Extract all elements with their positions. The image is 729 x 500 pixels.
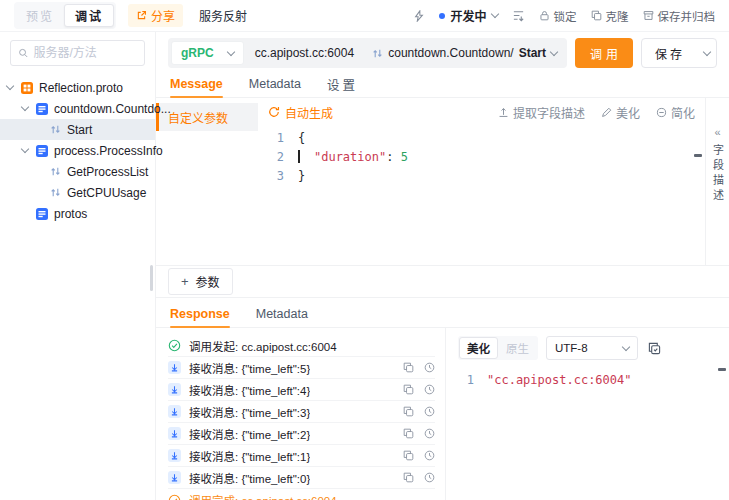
log-actions <box>403 406 435 417</box>
viewer-toolbar: 美化 原生 UTF-8 <box>458 336 719 360</box>
clock-icon[interactable] <box>424 384 435 395</box>
tab-message[interactable]: Message <box>170 71 223 97</box>
log-text: 接收消息: {"time_left":4} <box>189 382 310 398</box>
tree-item-label: process.ProcessInfo <box>54 144 163 158</box>
method-prefix: countdown.Countdown/ <box>388 46 513 60</box>
tree-item-countdown-service[interactable]: countdown.Countdo... <box>0 98 155 119</box>
code-line: 2 "duration": 5 <box>258 148 705 167</box>
tab-service-reflection[interactable]: 服务反射 <box>199 7 247 24</box>
history-icon[interactable] <box>512 9 525 22</box>
log-text: 接收消息: {"time_left":5} <box>189 360 310 376</box>
response-log: 调用发起: cc.apipost.cc:6004 接收消息: {"time_le… <box>156 328 446 500</box>
copy-icon[interactable] <box>403 428 414 439</box>
tree-item-label: Reflection.proto <box>39 81 123 95</box>
chevron-down-icon <box>490 10 498 18</box>
viewer-scrollbar[interactable] <box>718 368 726 371</box>
service-icon <box>36 103 48 115</box>
response-body: 调用发起: cc.apipost.cc:6004 接收消息: {"time_le… <box>156 328 729 500</box>
chevron-down-icon[interactable] <box>22 149 36 152</box>
tree-item-start-method[interactable]: Start <box>0 119 155 140</box>
clock-icon[interactable] <box>424 362 435 373</box>
request-tabs: Message Metadata 设置 <box>156 71 729 98</box>
tree-item-reflection-proto[interactable]: Reflection.proto <box>0 77 155 98</box>
log-actions <box>403 384 435 395</box>
raw-view-button[interactable]: 原生 <box>498 337 537 359</box>
tree-item-label: GetCPUUsage <box>67 186 146 200</box>
code-text: { <box>284 129 305 148</box>
copy-icon[interactable] <box>403 472 414 483</box>
json-editor[interactable]: 1 { 2 "duration": 5 3 } <box>258 126 705 265</box>
url-input[interactable]: cc.apipost.cc:6004 <box>247 46 363 60</box>
encoding-label: UTF-8 <box>555 342 588 354</box>
copy-icon[interactable] <box>403 362 414 373</box>
minify-button[interactable]: 简化 <box>656 104 695 121</box>
lock-label: 锁定 <box>554 8 577 24</box>
response-content[interactable]: 1 "cc.apipost.cc:6004" <box>458 373 719 387</box>
tab-debug[interactable]: 调试 <box>64 4 114 27</box>
field-description-rail[interactable]: « 字段描述 <box>705 98 729 265</box>
sidebar-scrollbar[interactable] <box>150 265 153 291</box>
lock-button[interactable]: 锁定 <box>539 8 577 24</box>
tree-item-getprocesslist-method[interactable]: GetProcessList <box>0 161 155 182</box>
extract-fields-label: 提取字段描述 <box>513 104 585 121</box>
tree-item-process-service[interactable]: process.ProcessInfo <box>0 140 155 161</box>
chevron-down-icon <box>226 47 234 55</box>
code-line: 1 { <box>258 129 705 148</box>
call-button[interactable]: 调用 <box>575 38 633 68</box>
beautify-view-button[interactable]: 美化 <box>459 337 498 359</box>
custom-params-item[interactable]: 自定义参数 <box>156 103 258 131</box>
search-input[interactable] <box>33 46 137 60</box>
auto-generate-label: 自动生成 <box>285 104 333 121</box>
finish-circle-icon <box>168 494 181 500</box>
copy-icon[interactable] <box>403 384 414 395</box>
save-button[interactable]: 保存 <box>642 39 698 67</box>
chevron-down-icon[interactable] <box>7 86 21 89</box>
share-icon <box>136 10 147 21</box>
flash-icon[interactable] <box>413 10 425 22</box>
topbar-left: 预览 调试 分享 服务反射 <box>14 2 247 29</box>
proto-file-icon <box>21 82 33 94</box>
editor-toolbar: 自动生成 提取字段描述 美化 <box>258 98 705 126</box>
log-row-call-complete: 调用完成: cc.apipost.cc:6004 <box>168 489 435 500</box>
refresh-icon <box>268 106 280 118</box>
method-select[interactable]: countdown.Countdown/Start <box>362 46 567 60</box>
editor-scrollbar[interactable] <box>694 154 702 157</box>
clock-icon[interactable] <box>424 450 435 461</box>
share-button[interactable]: 分享 <box>128 4 183 27</box>
clock-icon[interactable] <box>424 472 435 483</box>
minify-label: 简化 <box>671 104 695 121</box>
tree-item-protos[interactable]: protos <box>0 203 155 224</box>
log-actions <box>403 362 435 373</box>
chevron-down-icon <box>622 342 630 350</box>
check-circle-icon <box>168 339 181 352</box>
extract-fields-button[interactable]: 提取字段描述 <box>498 104 585 121</box>
tab-response[interactable]: Response <box>170 301 230 327</box>
code-text: "duration": 5 <box>284 148 408 167</box>
save-dropdown-button[interactable] <box>698 39 716 67</box>
protocol-select[interactable]: gRPC <box>171 41 244 65</box>
line-number: 2 <box>258 148 284 167</box>
tree-item-label: Start <box>67 123 92 137</box>
tab-settings[interactable]: 设置 <box>327 71 358 97</box>
copy-icon[interactable] <box>403 406 414 417</box>
copy-icon[interactable] <box>403 450 414 461</box>
clone-button[interactable]: 克隆 <box>591 8 629 24</box>
copy-response-button[interactable] <box>648 342 661 355</box>
chevron-down-icon[interactable] <box>22 107 36 110</box>
save-archive-button[interactable]: 保存并归档 <box>643 8 716 24</box>
tree-item-getcpuusage-method[interactable]: GetCPUUsage <box>0 182 155 203</box>
tab-metadata[interactable]: Metadata <box>249 71 301 97</box>
auto-generate-button[interactable]: 自动生成 <box>268 104 333 121</box>
clock-icon[interactable] <box>424 406 435 417</box>
status-label: 开发中 <box>450 7 486 24</box>
tree-item-label: protos <box>54 207 87 221</box>
status-dropdown[interactable]: 开发中 <box>439 7 497 24</box>
clock-icon[interactable] <box>424 428 435 439</box>
tab-response-metadata[interactable]: Metadata <box>256 301 308 327</box>
beautify-button[interactable]: 美化 <box>601 104 640 121</box>
encoding-select[interactable]: UTF-8 <box>546 336 638 360</box>
add-param-button[interactable]: + 参数 <box>168 268 233 295</box>
chevron-down-icon <box>703 47 711 55</box>
stream-method-icon <box>50 124 61 135</box>
tab-preview[interactable]: 预览 <box>16 4 64 27</box>
